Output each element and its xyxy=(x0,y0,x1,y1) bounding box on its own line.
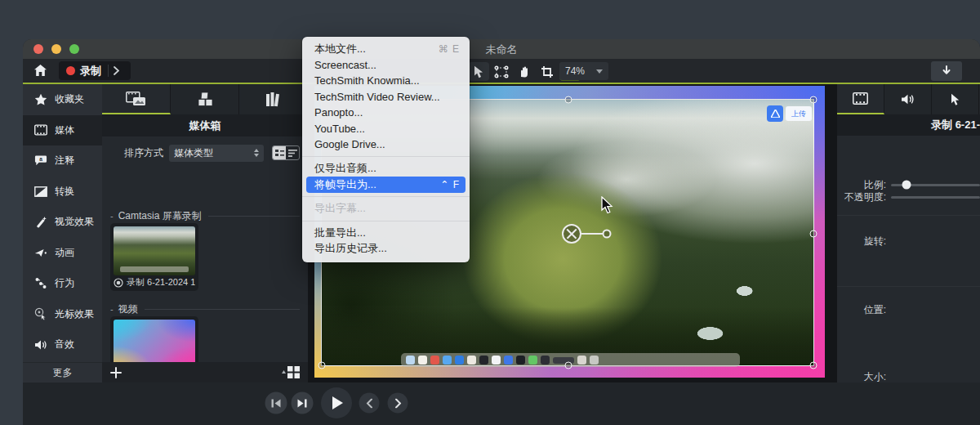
behavior-icon xyxy=(34,277,47,290)
thumbnail-view-button[interactable] xyxy=(273,146,286,159)
add-media-button[interactable] xyxy=(110,367,122,378)
slider-thumb[interactable] xyxy=(902,181,911,190)
dock-app-icon xyxy=(406,356,415,365)
menu-item[interactable]: 仅导出音频... xyxy=(302,161,470,177)
menu-shortcut: ⌃ F xyxy=(440,179,460,190)
crop-tool-button[interactable] xyxy=(537,62,558,81)
selection-handle[interactable] xyxy=(565,362,572,369)
grid-size-button[interactable] xyxy=(282,366,300,378)
property-label: 不透明度: xyxy=(837,190,886,204)
property-slider[interactable] xyxy=(891,184,980,186)
export-download-button[interactable] xyxy=(931,61,962,81)
selection-handle[interactable] xyxy=(810,96,817,104)
media-bin-tabs xyxy=(102,84,308,114)
property-label: 大小: xyxy=(837,370,886,384)
hand-tool-button[interactable] xyxy=(514,62,535,81)
sidebar-item-9[interactable]: 音效 xyxy=(23,329,102,360)
list-view-button[interactable] xyxy=(286,146,299,159)
properties-panel: 录制 6-21- 比例:不透明度:旋转:位置:大小:倾斜度: xyxy=(837,84,980,382)
menu-item-label: 导出字幕... xyxy=(314,201,366,216)
rp-audio-tab[interactable] xyxy=(884,84,932,114)
sidebar-item-7[interactable]: 行为 xyxy=(23,268,102,298)
library-tab[interactable] xyxy=(171,84,239,114)
svg-text:a: a xyxy=(39,156,42,162)
sidebar-item-8[interactable]: 光标效果 xyxy=(23,299,102,329)
menu-item[interactable]: 导出历史记录... xyxy=(302,241,470,257)
selection-handle[interactable] xyxy=(565,96,572,104)
menu-item-label: Panopto... xyxy=(314,106,363,119)
sidebar-item-3[interactable]: a注释 xyxy=(23,145,102,176)
menu-divider xyxy=(302,196,470,197)
templates-tab[interactable] xyxy=(239,84,308,114)
dock-app-icon xyxy=(492,356,501,365)
home-button[interactable] xyxy=(29,61,51,79)
anchor-point-handle[interactable] xyxy=(562,224,581,244)
sidebar-item-4[interactable]: 转换 xyxy=(23,177,102,207)
mouse-cursor-icon xyxy=(601,196,614,216)
collapse-icon[interactable]: - xyxy=(110,304,114,314)
selection-handle[interactable] xyxy=(810,230,817,238)
rp-media-tab[interactable] xyxy=(837,84,884,114)
star-icon xyxy=(34,93,47,106)
media-bin-footer xyxy=(102,362,308,382)
menu-item[interactable]: TechSmith Video Review... xyxy=(302,89,470,105)
dock-app-icon xyxy=(443,356,452,365)
sidebar-item-1[interactable]: 收藏夹 xyxy=(23,84,102,114)
divider xyxy=(208,216,300,217)
menu-item[interactable]: 将帧导出为...⌃ F xyxy=(306,177,466,193)
menu-item[interactable]: YouTube... xyxy=(302,121,470,137)
menu-item[interactable]: Panopto... xyxy=(302,105,470,121)
marquee-tool-button[interactable] xyxy=(491,62,512,81)
menu-item[interactable]: Screencast... xyxy=(302,57,470,74)
media-item[interactable]: 录制 6-21-2024 1 xyxy=(110,223,198,291)
hand-tool-icon xyxy=(519,65,530,78)
window-title: 未命名 xyxy=(23,42,980,57)
dock-app-icon xyxy=(430,356,439,365)
rp-cursor-tab[interactable] xyxy=(932,84,979,114)
media-section-header[interactable]: -视频 xyxy=(110,302,300,315)
canvas-zoom-select[interactable]: 74% xyxy=(559,62,608,80)
media-item-label: 录制 6-21-2024 1 xyxy=(127,276,195,289)
record-button[interactable]: 录制 xyxy=(59,61,131,80)
collapse-icon[interactable]: - xyxy=(110,211,114,221)
sidebar-item-5[interactable]: 视觉效果 xyxy=(23,207,102,237)
dock-app-icon xyxy=(504,356,513,365)
next-clip-button[interactable] xyxy=(388,393,408,414)
rp-audio-tab-icon xyxy=(901,93,915,105)
step-forward-button[interactable] xyxy=(292,392,314,414)
media-thumbnail[interactable] xyxy=(114,226,195,275)
menu-item[interactable]: 批量导出... xyxy=(302,225,470,241)
sort-type-value: 媒体类型 xyxy=(174,146,213,160)
record-icon xyxy=(114,278,123,288)
media-bin-tab[interactable] xyxy=(102,84,171,114)
menu-divider xyxy=(302,156,470,157)
sort-type-select[interactable]: 媒体类型 xyxy=(169,145,264,162)
previous-clip-button[interactable] xyxy=(359,393,380,414)
divider xyxy=(837,215,980,216)
media-section-header[interactable]: -Camtasia 屏幕录制 xyxy=(110,209,300,222)
property-slider[interactable] xyxy=(891,196,980,199)
play-button[interactable] xyxy=(321,387,352,418)
menu-item[interactable]: Google Drive... xyxy=(302,136,470,153)
upload-app-icon xyxy=(767,105,783,122)
sidebar-item-label: 转换 xyxy=(55,185,74,199)
sidebar-item-6[interactable]: 动画 xyxy=(23,238,102,268)
selection-handle[interactable] xyxy=(318,362,326,369)
view-toggle-group xyxy=(272,145,300,160)
menu-item[interactable]: 本地文件...⌘ E xyxy=(302,41,470,57)
rotation-handle[interactable] xyxy=(603,230,612,239)
record-dot-icon xyxy=(66,66,75,75)
chevron-right-icon[interactable] xyxy=(114,66,119,75)
selection-handle[interactable] xyxy=(810,362,817,369)
playback-bar: 00:00:00;00/00:00:03;28 xyxy=(23,382,980,425)
sidebar-item-2[interactable]: 媒体 xyxy=(23,115,102,145)
menu-item[interactable]: TechSmith Knowmia... xyxy=(302,73,470,89)
templates-tab-icon xyxy=(265,92,282,107)
step-backward-button[interactable] xyxy=(265,392,287,414)
select-tool-button[interactable] xyxy=(468,62,489,81)
sidebar-more-button[interactable]: 更多 xyxy=(23,362,102,383)
media-thumbnail[interactable] xyxy=(114,320,195,369)
property-row: 旋转: xyxy=(837,234,980,248)
cursor-fx-icon xyxy=(34,307,47,320)
property-row: 不透明度: xyxy=(837,190,980,204)
